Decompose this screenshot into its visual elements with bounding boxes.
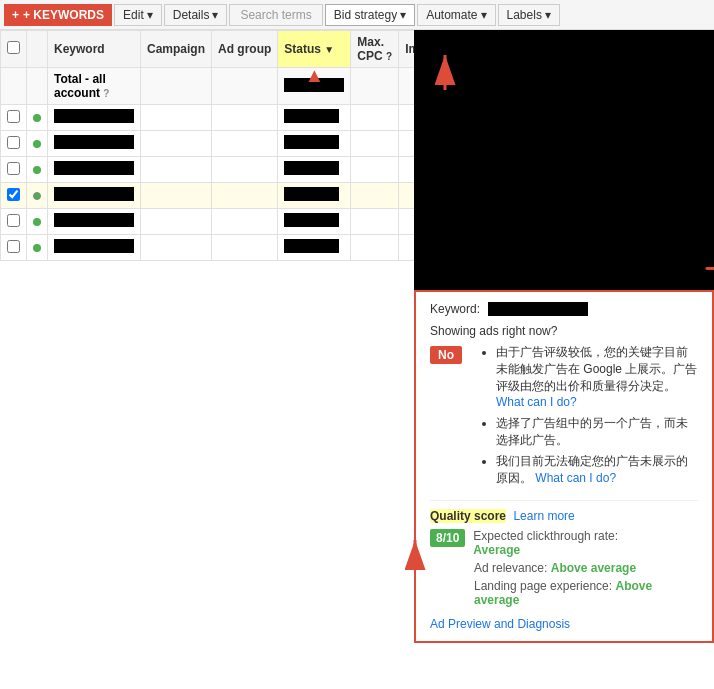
ctr-value: Average: [473, 543, 520, 557]
row3-dot-cell: [27, 157, 48, 183]
row2-status-cell: [278, 131, 351, 157]
search-terms-button[interactable]: Search terms: [229, 4, 322, 26]
total-adgroup-cell: [212, 68, 278, 105]
row6-checkbox[interactable]: [7, 240, 20, 253]
row1-adgroup-cell: [212, 105, 278, 131]
landing-metric-content: Landing page experience: Above average: [474, 579, 698, 607]
edit-label: Edit: [123, 8, 144, 22]
row2-status-block: [284, 135, 339, 149]
row3-status-dot: [33, 166, 41, 174]
row4-checkbox[interactable]: [7, 188, 20, 201]
row6-dot-cell: [27, 235, 48, 261]
row2-checkbox[interactable]: [7, 136, 20, 149]
row5-adgroup-cell: [212, 209, 278, 235]
showing-ads-label: Showing ads right now?: [430, 324, 698, 338]
row5-maxcpc-cell: [351, 209, 399, 235]
row5-status-dot: [33, 218, 41, 226]
keywords-button[interactable]: + + KEYWORDS: [4, 4, 112, 26]
row6-keyword-cell: [48, 235, 141, 261]
row4-campaign-cell: [141, 183, 212, 209]
status-sort-icon: ▼: [324, 44, 334, 55]
row3-checkbox-cell[interactable]: [1, 157, 27, 183]
keyword-popup: Keyword: Showing ads right now? No 由于广告评…: [414, 290, 714, 643]
search-terms-label: Search terms: [240, 8, 311, 22]
row1-checkbox[interactable]: [7, 110, 20, 123]
row5-checkbox[interactable]: [7, 214, 20, 227]
row3-maxcpc-cell: [351, 157, 399, 183]
no-badge: No: [430, 346, 462, 364]
row2-keyword-block: [54, 135, 134, 149]
row1-dot-cell: [27, 105, 48, 131]
row1-keyword-block: [54, 109, 134, 123]
row5-keyword-cell: [48, 209, 141, 235]
row6-status-cell: [278, 235, 351, 261]
row6-status-dot: [33, 244, 41, 252]
row1-status-block: [284, 109, 339, 123]
row4-keyword-block: [54, 187, 134, 201]
row3-keyword-cell: [48, 157, 141, 183]
row5-status-cell: [278, 209, 351, 235]
automate-button[interactable]: Automate ▾: [417, 4, 495, 26]
row3-checkbox[interactable]: [7, 162, 20, 175]
no-badge-container: No: [430, 344, 462, 364]
row2-status-dot: [33, 140, 41, 148]
row5-campaign-cell: [141, 209, 212, 235]
reason-3: 我们目前无法确定您的广告未展示的原因。 What can I do?: [496, 453, 698, 487]
no-reasons-row: No 由于广告评级较低，您的关键字目前未能触发广告在 Google 上展示。广告…: [430, 344, 698, 490]
row6-adgroup-cell: [212, 235, 278, 261]
total-help-icon: ?: [103, 88, 109, 99]
row4-maxcpc-cell: [351, 183, 399, 209]
row4-checkbox-cell[interactable]: [1, 183, 27, 209]
ad-preview-link[interactable]: Ad Preview and Diagnosis: [430, 617, 698, 631]
learn-more-link[interactable]: Learn more: [513, 509, 574, 523]
quality-score-label: Quality score: [430, 509, 506, 523]
what-can-i-do-link-2[interactable]: What can I do?: [535, 471, 616, 485]
status-header[interactable]: Status ▼ ▲: [278, 31, 351, 68]
keyword-value-block: [488, 302, 588, 316]
row2-checkbox-cell[interactable]: [1, 131, 27, 157]
row1-status-dot: [33, 114, 41, 122]
keyword-label: Keyword:: [430, 302, 480, 316]
total-label: Total - all account: [54, 72, 106, 100]
row2-campaign-cell: [141, 131, 212, 157]
bid-strategy-button[interactable]: Bid strategy ▾: [325, 4, 415, 26]
what-can-i-do-link-1[interactable]: What can I do?: [496, 395, 577, 409]
row6-campaign-cell: [141, 235, 212, 261]
keywords-table-area: Keyword Campaign Ad group Status ▼ ▲ Max…: [0, 30, 414, 643]
keyword-row: Keyword:: [430, 302, 698, 316]
select-all-checkbox[interactable]: [7, 41, 20, 54]
row2-adgroup-cell: [212, 131, 278, 157]
reasons-list: 由于广告评级较低，您的关键字目前未能触发广告在 Google 上展示。广告评级由…: [478, 344, 698, 490]
ctr-metric-content: Expected clickthrough rate: Average: [473, 529, 618, 557]
ctr-label: Expected clickthrough rate:: [473, 529, 618, 543]
status-dot-header: [27, 31, 48, 68]
row1-checkbox-cell[interactable]: [1, 105, 27, 131]
labels-button[interactable]: Labels ▾: [498, 4, 560, 26]
row5-dot-cell: [27, 209, 48, 235]
row2-dot-cell: [27, 131, 48, 157]
select-all-header[interactable]: [1, 31, 27, 68]
red-arrow-right: ➜: [704, 256, 714, 280]
row6-maxcpc-cell: [351, 235, 399, 261]
landing-label: Landing page experience:: [474, 579, 612, 593]
total-label-cell: Total - all account ?: [48, 68, 141, 105]
red-arrow-up: ▲: [304, 65, 324, 85]
status-column-black-block: ➜: [414, 30, 714, 290]
reason-2: 选择了广告组中的另一个广告，而未选择此广告。: [496, 415, 698, 449]
labels-label: Labels: [507, 8, 542, 22]
row5-checkbox-cell[interactable]: [1, 209, 27, 235]
row5-status-block: [284, 213, 339, 227]
edit-button[interactable]: Edit ▾: [114, 4, 162, 26]
row6-checkbox-cell[interactable]: [1, 235, 27, 261]
row5-keyword-block: [54, 213, 134, 227]
automate-label: Automate: [426, 8, 477, 22]
row3-campaign-cell: [141, 157, 212, 183]
bid-strategy-label: Bid strategy: [334, 8, 397, 22]
row3-keyword-block: [54, 161, 134, 175]
details-chevron-icon: ▾: [212, 8, 218, 22]
toolbar: + + KEYWORDS Edit ▾ Details ▾ Search ter…: [0, 0, 714, 30]
total-campaign-cell: [141, 68, 212, 105]
row4-keyword-cell: [48, 183, 141, 209]
details-button[interactable]: Details ▾: [164, 4, 228, 26]
status-popup-panel: ➜ Keyword: Showing ads right now? No: [414, 30, 714, 643]
